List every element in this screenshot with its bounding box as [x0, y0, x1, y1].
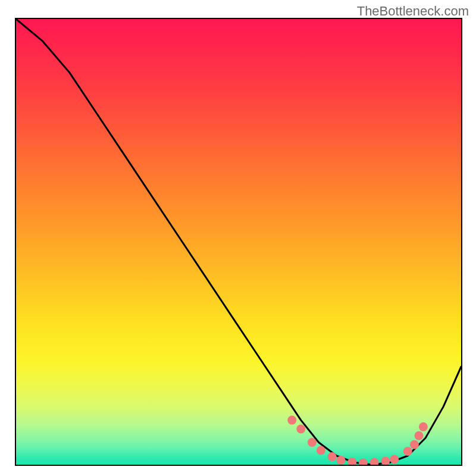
marker-dot: [359, 459, 368, 465]
curve-svg: [16, 19, 461, 465]
marker-dot: [410, 440, 419, 449]
marker-dot: [337, 456, 346, 465]
marker-dot: [414, 431, 423, 440]
watermark-text: TheBottleneck.com: [357, 4, 469, 19]
marker-dot: [328, 452, 337, 461]
marker-dot: [296, 425, 305, 434]
marker-dot: [317, 446, 325, 455]
marker-dot: [308, 438, 317, 447]
marker-dot: [347, 458, 356, 465]
marker-dot: [403, 447, 412, 456]
marker-dot: [381, 457, 390, 465]
chart-container: TheBottleneck.com: [0, 0, 476, 476]
marker-dot: [370, 458, 379, 465]
bottleneck-curve: [16, 19, 461, 465]
marker-dot: [419, 422, 428, 431]
marker-dot: [390, 455, 399, 464]
plot-area: [15, 18, 462, 466]
marker-dot: [287, 416, 296, 425]
marker-cluster: [287, 416, 428, 465]
